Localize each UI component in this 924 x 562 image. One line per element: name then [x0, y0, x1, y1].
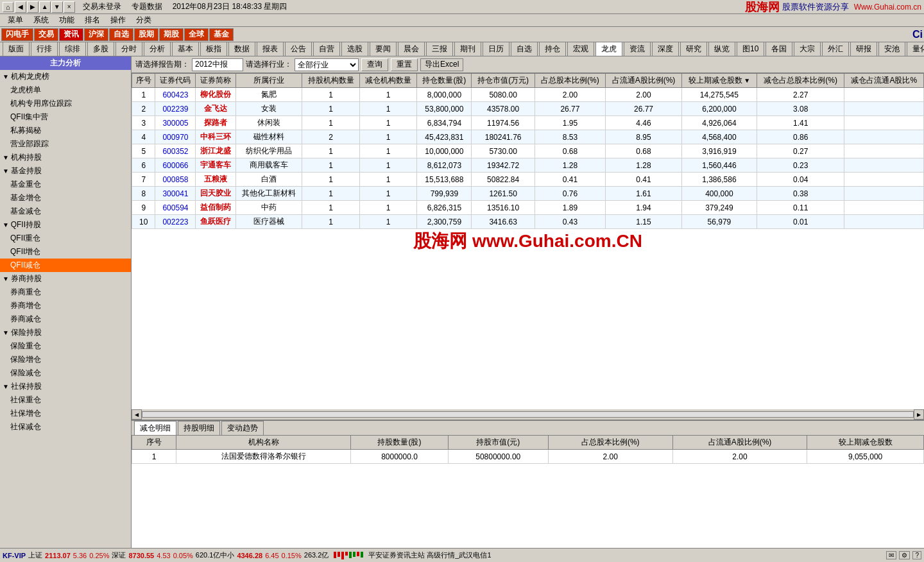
tab-研报[interactable]: 研报	[850, 42, 877, 56]
sidebar-item-基金重仓[interactable]: 基金重仓	[0, 178, 131, 191]
period-input[interactable]	[192, 58, 243, 71]
jijin-button[interactable]: 基金	[209, 28, 234, 41]
table-row[interactable]: 7 000858 五粮液 白酒 1 1 15,513,688 50822.84 …	[132, 173, 924, 187]
close-button[interactable]: ×	[64, 1, 75, 13]
tab-宏观[interactable]: 宏观	[567, 42, 594, 56]
sidebar-item-保险增仓[interactable]: 保险增仓	[0, 353, 131, 366]
tab-图10[interactable]: 图10	[737, 42, 764, 56]
sidebar-item-QFII重仓[interactable]: QFII重仓	[0, 232, 131, 245]
cell-code[interactable]: 002223	[155, 215, 196, 229]
tab-日历[interactable]: 日历	[483, 42, 509, 56]
tab-版面[interactable]: 版面	[3, 42, 30, 56]
scroll-track[interactable]	[142, 411, 914, 418]
tab-晨会[interactable]: 晨会	[398, 42, 425, 56]
cell-code[interactable]: 600352	[155, 144, 196, 158]
tab-各国[interactable]: 各国	[766, 42, 792, 56]
sidebar-category-基金持股[interactable]: 基金持股	[0, 164, 131, 178]
cell-code[interactable]: 600594	[155, 201, 196, 215]
bottom-tab-减仓明细[interactable]: 减仓明细	[134, 421, 176, 435]
flash-button[interactable]: 闪电手	[1, 28, 33, 41]
sidebar-item-券商增仓[interactable]: 券商增仓	[0, 299, 131, 312]
cell-name[interactable]: 益佰制药	[196, 201, 236, 215]
table-row[interactable]: 2 002239 金飞达 女装 1 1 53,800,000 43578.00 …	[132, 102, 924, 116]
sidebar-item-私募揭秘[interactable]: 私募揭秘	[0, 124, 131, 137]
cell-name[interactable]: 鱼跃医疗	[196, 215, 236, 229]
cell-code[interactable]: 300005	[155, 116, 196, 130]
cell-code[interactable]: 000858	[155, 173, 196, 187]
cell-name[interactable]: 浙江龙盛	[196, 144, 236, 158]
sidebar-item-社保增仓[interactable]: 社保增仓	[0, 407, 131, 420]
export-button[interactable]: 导出Excel	[420, 58, 463, 71]
table-row[interactable]: 5 600352 浙江龙盛 纺织化学用品 1 1 10,000,000 5730…	[132, 144, 924, 158]
down-button[interactable]: ▼	[51, 1, 63, 13]
home-button[interactable]: ⌂	[3, 2, 13, 12]
sidebar-item-QFII减仓[interactable]: QFII减仓	[0, 259, 131, 272]
menu-item-2[interactable]: 功能	[54, 14, 80, 26]
forward-button[interactable]: ▶	[27, 1, 38, 13]
tab-量化[interactable]: 量化	[907, 42, 924, 56]
tab-报表[interactable]: 报表	[257, 42, 284, 56]
back-button[interactable]: ◀	[15, 1, 26, 13]
tab-要闻[interactable]: 要闻	[370, 42, 397, 56]
table-row[interactable]: 8 300041 回天胶业 其他化工新材料 1 1 799,939 1261.5…	[132, 187, 924, 201]
sidebar-category-券商持股[interactable]: 券商持股	[0, 272, 131, 285]
industry-select[interactable]: 全部行业	[295, 58, 359, 71]
table-row[interactable]: 1 600423 柳化股份 氮肥 1 1 8,000,000 5080.00 2…	[132, 88, 924, 102]
table-row[interactable]: 4 000970 中科三环 磁性材料 2 1 45,423,831 180241…	[132, 130, 924, 144]
cell-name[interactable]: 宇通客车	[196, 158, 236, 173]
hushen-button[interactable]: 沪深	[84, 28, 108, 41]
sidebar-category-QFII持股[interactable]: QFII持股	[0, 218, 131, 232]
h-scrollbar[interactable]: ◀ ▶	[132, 409, 924, 420]
menu-item-0[interactable]: 菜单	[3, 14, 28, 26]
tab-纵览[interactable]: 纵览	[708, 42, 735, 56]
up-button[interactable]: ▲	[39, 1, 51, 13]
tab-外汇[interactable]: 外汇	[822, 42, 849, 56]
tab-资流[interactable]: 资流	[624, 42, 651, 56]
tab-安池[interactable]: 安池	[878, 42, 905, 56]
guqi-button[interactable]: 股期	[134, 28, 158, 41]
sidebar-item-基金减仓[interactable]: 基金减仓	[0, 205, 131, 218]
query-button[interactable]: 查询	[361, 58, 388, 71]
sidebar-item-保险重仓[interactable]: 保险重仓	[0, 339, 131, 353]
cell-name[interactable]: 五粮液	[196, 173, 236, 187]
tab-深度[interactable]: 深度	[652, 42, 679, 56]
sidebar-item-营业部跟踪[interactable]: 营业部跟踪	[0, 137, 131, 151]
tab-分时[interactable]: 分时	[116, 42, 142, 56]
help-icon[interactable]: ?	[912, 551, 921, 559]
tab-行排[interactable]: 行排	[31, 42, 58, 56]
scroll-left-button[interactable]: ◀	[132, 409, 142, 420]
tab-龙虎[interactable]: 龙虎	[595, 42, 622, 56]
cell-code[interactable]: 002239	[155, 102, 196, 116]
tab-多股[interactable]: 多股	[87, 42, 114, 56]
sidebar-item-基金增仓[interactable]: 基金增仓	[0, 191, 131, 205]
table-row[interactable]: 9 600594 益佰制药 中药 1 1 6,826,315 13516.10 …	[132, 201, 924, 215]
sidebar-item-机构专用席位跟踪[interactable]: 机构专用席位跟踪	[0, 97, 131, 110]
cell-name[interactable]: 探路者	[196, 116, 236, 130]
sidebar-item-券商减仓[interactable]: 券商减仓	[0, 312, 131, 326]
cell-code[interactable]: 600423	[155, 88, 196, 102]
cell-code[interactable]: 000970	[155, 130, 196, 144]
tab-自选2[interactable]: 自选	[511, 42, 538, 56]
table-row[interactable]: 3 300005 探路者 休闲装 1 1 6,834,794 11974.56 …	[132, 116, 924, 130]
sidebar-item-社保减仓[interactable]: 社保减仓	[0, 420, 131, 434]
news-button[interactable]: 资讯	[59, 28, 83, 41]
tab-公告[interactable]: 公告	[285, 42, 312, 56]
cell-code[interactable]: 600066	[155, 158, 196, 173]
sidebar-category-保险持股[interactable]: 保险持股	[0, 326, 131, 339]
menu-item-4[interactable]: 操作	[105, 14, 131, 26]
table-row[interactable]: 10 002223 鱼跃医疗 医疗器械 1 1 2,300,759 3416.6…	[132, 215, 924, 229]
tab-期刊[interactable]: 期刊	[454, 42, 481, 56]
tab-综排[interactable]: 综排	[59, 42, 86, 56]
tab-研究[interactable]: 研究	[680, 42, 707, 56]
sidebar-category-机构龙虎榜[interactable]: 机构龙虎榜	[0, 70, 131, 83]
sidebar-item-QFII增仓[interactable]: QFII增仓	[0, 245, 131, 259]
cell-name[interactable]: 柳化股份	[196, 88, 236, 102]
tab-数据[interactable]: 数据	[228, 42, 255, 56]
sidebar-item-券商重仓[interactable]: 券商重仓	[0, 285, 131, 299]
cell-name[interactable]: 金飞达	[196, 102, 236, 116]
cell-code[interactable]: 300041	[155, 187, 196, 201]
menu-item-1[interactable]: 系统	[28, 14, 54, 26]
sidebar-item-保险减仓[interactable]: 保险减仓	[0, 366, 131, 380]
email-icon[interactable]: ✉	[886, 551, 896, 559]
tab-选股[interactable]: 选股	[341, 42, 368, 56]
